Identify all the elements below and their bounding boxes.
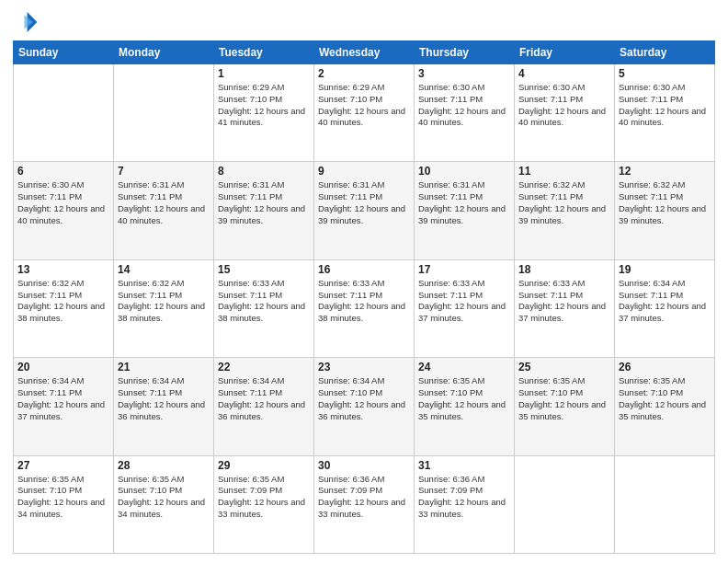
calendar-cell: 14Sunrise: 6:32 AMSunset: 7:11 PMDayligh… bbox=[114, 259, 214, 357]
calendar-cell bbox=[14, 64, 114, 162]
calendar-cell: 1Sunrise: 6:29 AMSunset: 7:10 PMDaylight… bbox=[214, 64, 314, 162]
day-number: 15 bbox=[218, 263, 310, 276]
calendar-cell: 25Sunrise: 6:35 AMSunset: 7:10 PMDayligh… bbox=[515, 358, 615, 455]
day-number: 23 bbox=[318, 361, 410, 373]
day-number: 29 bbox=[218, 459, 310, 472]
day-info: Sunrise: 6:35 AMSunset: 7:09 PMDaylight:… bbox=[218, 474, 310, 521]
calendar-cell bbox=[515, 455, 615, 553]
day-number: 1 bbox=[218, 67, 310, 80]
calendar-cell: 26Sunrise: 6:35 AMSunset: 7:10 PMDayligh… bbox=[615, 358, 715, 455]
day-info: Sunrise: 6:33 AMSunset: 7:11 PMDaylight:… bbox=[518, 278, 610, 325]
day-info: Sunrise: 6:35 AMSunset: 7:10 PMDaylight:… bbox=[418, 375, 510, 422]
day-number: 20 bbox=[17, 361, 109, 373]
calendar-cell: 13Sunrise: 6:32 AMSunset: 7:11 PMDayligh… bbox=[14, 259, 114, 357]
day-number: 19 bbox=[619, 263, 711, 276]
calendar-cell: 19Sunrise: 6:34 AMSunset: 7:11 PMDayligh… bbox=[615, 259, 715, 357]
calendar-cell: 31Sunrise: 6:36 AMSunset: 7:09 PMDayligh… bbox=[415, 455, 515, 553]
calendar-cell: 5Sunrise: 6:30 AMSunset: 7:11 PMDaylight… bbox=[615, 64, 715, 162]
calendar-cell bbox=[615, 455, 715, 553]
calendar-cell: 11Sunrise: 6:32 AMSunset: 7:11 PMDayligh… bbox=[515, 162, 615, 259]
calendar-cell: 22Sunrise: 6:34 AMSunset: 7:11 PMDayligh… bbox=[214, 358, 314, 455]
day-info: Sunrise: 6:35 AMSunset: 7:10 PMDaylight:… bbox=[17, 474, 109, 521]
day-number: 7 bbox=[118, 165, 210, 178]
day-info: Sunrise: 6:35 AMSunset: 7:10 PMDaylight:… bbox=[619, 375, 711, 422]
calendar-cell: 21Sunrise: 6:34 AMSunset: 7:11 PMDayligh… bbox=[114, 358, 214, 455]
day-number: 14 bbox=[118, 263, 210, 276]
calendar-cell: 29Sunrise: 6:35 AMSunset: 7:09 PMDayligh… bbox=[214, 455, 314, 553]
day-info: Sunrise: 6:32 AMSunset: 7:11 PMDaylight:… bbox=[17, 278, 109, 325]
calendar-cell: 24Sunrise: 6:35 AMSunset: 7:10 PMDayligh… bbox=[415, 358, 515, 455]
calendar-table: SundayMondayTuesdayWednesdayThursdayFrid… bbox=[13, 40, 715, 554]
day-info: Sunrise: 6:31 AMSunset: 7:11 PMDaylight:… bbox=[418, 179, 510, 226]
week-row-2: 6Sunrise: 6:30 AMSunset: 7:11 PMDaylight… bbox=[14, 162, 715, 259]
day-info: Sunrise: 6:34 AMSunset: 7:10 PMDaylight:… bbox=[318, 375, 410, 422]
calendar-cell: 20Sunrise: 6:34 AMSunset: 7:11 PMDayligh… bbox=[14, 358, 114, 455]
week-row-3: 13Sunrise: 6:32 AMSunset: 7:11 PMDayligh… bbox=[14, 259, 715, 357]
day-info: Sunrise: 6:34 AMSunset: 7:11 PMDaylight:… bbox=[17, 375, 109, 422]
calendar-cell: 10Sunrise: 6:31 AMSunset: 7:11 PMDayligh… bbox=[415, 162, 515, 259]
day-number: 16 bbox=[318, 263, 410, 276]
day-number: 9 bbox=[318, 165, 410, 178]
calendar-cell: 15Sunrise: 6:33 AMSunset: 7:11 PMDayligh… bbox=[214, 259, 314, 357]
day-number: 2 bbox=[318, 67, 410, 80]
day-number: 11 bbox=[518, 165, 610, 178]
day-info: Sunrise: 6:36 AMSunset: 7:09 PMDaylight:… bbox=[318, 474, 410, 521]
day-header-tuesday: Tuesday bbox=[214, 41, 314, 64]
day-number: 5 bbox=[619, 67, 711, 80]
calendar-cell: 23Sunrise: 6:34 AMSunset: 7:10 PMDayligh… bbox=[314, 358, 415, 455]
day-number: 8 bbox=[218, 165, 310, 178]
week-row-1: 1Sunrise: 6:29 AMSunset: 7:10 PMDaylight… bbox=[14, 64, 715, 162]
day-info: Sunrise: 6:30 AMSunset: 7:11 PMDaylight:… bbox=[619, 82, 711, 129]
day-info: Sunrise: 6:35 AMSunset: 7:10 PMDaylight:… bbox=[518, 375, 610, 422]
calendar-cell: 3Sunrise: 6:30 AMSunset: 7:11 PMDaylight… bbox=[415, 64, 515, 162]
day-info: Sunrise: 6:30 AMSunset: 7:11 PMDaylight:… bbox=[518, 82, 610, 129]
day-number: 3 bbox=[418, 67, 510, 80]
logo-icon bbox=[13, 9, 39, 35]
day-number: 13 bbox=[17, 263, 109, 276]
calendar-cell: 18Sunrise: 6:33 AMSunset: 7:11 PMDayligh… bbox=[515, 259, 615, 357]
week-row-5: 27Sunrise: 6:35 AMSunset: 7:10 PMDayligh… bbox=[14, 455, 715, 553]
day-header-friday: Friday bbox=[515, 41, 615, 64]
day-info: Sunrise: 6:31 AMSunset: 7:11 PMDaylight:… bbox=[318, 179, 410, 226]
week-row-4: 20Sunrise: 6:34 AMSunset: 7:11 PMDayligh… bbox=[14, 358, 715, 455]
day-number: 24 bbox=[418, 361, 510, 373]
day-header-monday: Monday bbox=[114, 41, 214, 64]
day-info: Sunrise: 6:29 AMSunset: 7:10 PMDaylight:… bbox=[218, 82, 310, 129]
day-number: 27 bbox=[17, 459, 109, 472]
day-info: Sunrise: 6:34 AMSunset: 7:11 PMDaylight:… bbox=[118, 375, 210, 422]
day-header-saturday: Saturday bbox=[615, 41, 715, 64]
calendar-cell bbox=[114, 64, 214, 162]
day-info: Sunrise: 6:34 AMSunset: 7:11 PMDaylight:… bbox=[619, 278, 711, 325]
day-number: 28 bbox=[118, 459, 210, 472]
calendar-cell: 2Sunrise: 6:29 AMSunset: 7:10 PMDaylight… bbox=[314, 64, 415, 162]
calendar-cell: 7Sunrise: 6:31 AMSunset: 7:11 PMDaylight… bbox=[114, 162, 214, 259]
day-header-thursday: Thursday bbox=[415, 41, 515, 64]
calendar-cell: 6Sunrise: 6:30 AMSunset: 7:11 PMDaylight… bbox=[14, 162, 114, 259]
day-info: Sunrise: 6:35 AMSunset: 7:10 PMDaylight:… bbox=[118, 474, 210, 521]
day-info: Sunrise: 6:31 AMSunset: 7:11 PMDaylight:… bbox=[118, 179, 210, 226]
logo bbox=[13, 9, 42, 35]
day-number: 6 bbox=[17, 165, 109, 178]
calendar-cell: 30Sunrise: 6:36 AMSunset: 7:09 PMDayligh… bbox=[314, 455, 415, 553]
day-number: 18 bbox=[518, 263, 610, 276]
day-number: 10 bbox=[418, 165, 510, 178]
day-number: 17 bbox=[418, 263, 510, 276]
day-number: 30 bbox=[318, 459, 410, 472]
day-info: Sunrise: 6:31 AMSunset: 7:11 PMDaylight:… bbox=[218, 179, 310, 226]
day-info: Sunrise: 6:29 AMSunset: 7:10 PMDaylight:… bbox=[318, 82, 410, 129]
day-info: Sunrise: 6:32 AMSunset: 7:11 PMDaylight:… bbox=[118, 278, 210, 325]
day-number: 26 bbox=[619, 361, 711, 373]
day-info: Sunrise: 6:30 AMSunset: 7:11 PMDaylight:… bbox=[17, 179, 109, 226]
page: SundayMondayTuesdayWednesdayThursdayFrid… bbox=[0, 0, 728, 563]
day-number: 25 bbox=[518, 361, 610, 373]
day-number: 12 bbox=[619, 165, 711, 178]
day-header-sunday: Sunday bbox=[14, 41, 114, 64]
calendar-cell: 8Sunrise: 6:31 AMSunset: 7:11 PMDaylight… bbox=[214, 162, 314, 259]
calendar-cell: 17Sunrise: 6:33 AMSunset: 7:11 PMDayligh… bbox=[415, 259, 515, 357]
day-info: Sunrise: 6:33 AMSunset: 7:11 PMDaylight:… bbox=[218, 278, 310, 325]
day-header-wednesday: Wednesday bbox=[314, 41, 415, 64]
day-info: Sunrise: 6:30 AMSunset: 7:11 PMDaylight:… bbox=[418, 82, 510, 129]
day-info: Sunrise: 6:36 AMSunset: 7:09 PMDaylight:… bbox=[418, 474, 510, 521]
day-number: 4 bbox=[518, 67, 610, 80]
day-info: Sunrise: 6:32 AMSunset: 7:11 PMDaylight:… bbox=[619, 179, 711, 226]
